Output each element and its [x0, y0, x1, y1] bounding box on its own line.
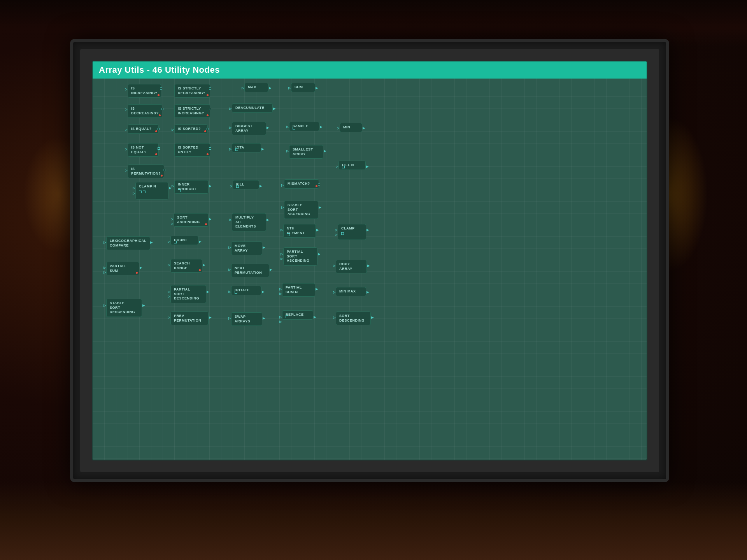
- node-inner-product[interactable]: ▷ INNERPRODUCT ▶: [174, 180, 209, 194]
- node-partial-sort-ascending[interactable]: ▷ ▷ PARTIALSORTASCENDING ▶: [283, 247, 317, 266]
- node-replace[interactable]: ▷ ▷ REPLACE ▶: [282, 310, 313, 320]
- node-is-equal[interactable]: ▷ IS EQUAL?: [128, 124, 159, 134]
- node-min-max[interactable]: ▷ MIN MAX ▶: [336, 287, 366, 296]
- node-min[interactable]: ▷ MIN ▶: [340, 123, 362, 132]
- node-rotate[interactable]: ▷ ROTATE ▶: [231, 286, 261, 295]
- node-is-sorted[interactable]: ▷ IS SORTED?: [174, 124, 208, 134]
- node-sum[interactable]: ▷ SUM ▶: [291, 83, 315, 92]
- node-move-array[interactable]: ▷ MOVEARRAY ▶: [231, 242, 262, 255]
- node-is-sorted-until[interactable]: IS SORTEDUNTIL?: [174, 143, 210, 157]
- node-copy-array[interactable]: ▷ COPYARRAY ▶: [336, 260, 367, 273]
- node-is-not-equal[interactable]: ▷ IS NOTEQUAL?: [128, 143, 159, 157]
- node-lexicographical-compare[interactable]: ▷ LEXICOGRAPHICALCOMPARE ▶: [106, 236, 150, 250]
- node-stable-sort-descending[interactable]: ▷ STABLESORTDESCENDING ▶: [106, 299, 142, 317]
- node-is-strictly-decreasing[interactable]: IS STRICTLYDECREASING?: [174, 84, 210, 98]
- monitor-frame: Array Utils - 46 Utility Nodes ▷ ISINCRE…: [70, 39, 669, 482]
- node-smallest-array[interactable]: ▷ SMALLESTARRAY ▶: [289, 145, 323, 159]
- node-is-strictly-increasing[interactable]: IS STRICTLYINCREASING?: [174, 104, 210, 118]
- node-fill[interactable]: ▷ FILL ▶: [233, 180, 259, 189]
- floor: [0, 482, 747, 560]
- node-is-permutation[interactable]: ▷ ISPERMUTATION?: [128, 164, 164, 178]
- node-canvas[interactable]: Array Utils - 46 Utility Nodes ▷ ISINCRE…: [92, 61, 647, 460]
- node-clamp-n[interactable]: ▷ ▷ CLAMP N ▶: [135, 182, 168, 200]
- node-sort-ascending[interactable]: ▷ ▷ SORTASCENDING ▶: [174, 213, 209, 227]
- node-stable-sort-ascending[interactable]: ▷ STABLESORTASCENDING ▶: [284, 201, 318, 219]
- canvas-header: Array Utils - 46 Utility Nodes: [93, 61, 647, 79]
- node-fill-n[interactable]: ▷ FILL N ▶: [338, 161, 366, 170]
- node-swap-arrays[interactable]: ▷ SWAPARRAYS ▶: [231, 312, 262, 326]
- node-count[interactable]: ▷ COUNT ▶: [170, 236, 198, 245]
- node-search-range[interactable]: ▷ SEARCHRANGE ▶: [170, 259, 202, 273]
- node-sample[interactable]: ▷ SAMPLE ▶: [289, 122, 319, 131]
- node-is-increasing[interactable]: ▷ ISINCREASING?: [128, 84, 161, 98]
- node-max[interactable]: ▷ MAX ▶: [244, 83, 268, 92]
- node-mismatch[interactable]: ▷ MISMATCH?: [284, 179, 319, 189]
- node-partial-sum[interactable]: ▷ ▷ PARTIALSUM ▶: [106, 262, 139, 275]
- screen: Array Utils - 46 Utility Nodes ▷ ISINCRE…: [80, 49, 659, 472]
- canvas-title: Array Utils - 46 Utility Nodes: [99, 65, 220, 75]
- node-nth-element[interactable]: ▷ NTHELEMENT ▶: [283, 224, 316, 238]
- node-deacumulate[interactable]: ▷ DEACUMULATE ▶: [232, 103, 273, 113]
- node-iota[interactable]: ▷ IOTA ▶: [232, 143, 261, 152]
- node-multiply-all-elements[interactable]: ▷ MULTIPLYALLELEMENTS ▶: [232, 213, 266, 231]
- node-sort-descending[interactable]: ▷ SORTDESCENDING ▶: [336, 312, 371, 325]
- node-partial-sum-n[interactable]: ▷ ▷ PARTIALSUM N ▶: [282, 283, 315, 297]
- node-is-decreasing[interactable]: ▷ ISDECREASING?: [128, 104, 162, 118]
- node-biggest-array[interactable]: ▷ BIGGESTARRAY ▶: [232, 122, 266, 135]
- node-clamp[interactable]: ▷ ▷ CLAMP ▶: [338, 224, 366, 240]
- node-next-permutation[interactable]: ▷ NEXTPERMUTATION ▶: [231, 264, 269, 277]
- node-prev-permutation[interactable]: ▷ PREVPERMUTATION ▶: [170, 312, 209, 325]
- node-partial-sort-descending[interactable]: ▷ ▷ PARTIALSORTDESCENDING ▶: [170, 285, 206, 303]
